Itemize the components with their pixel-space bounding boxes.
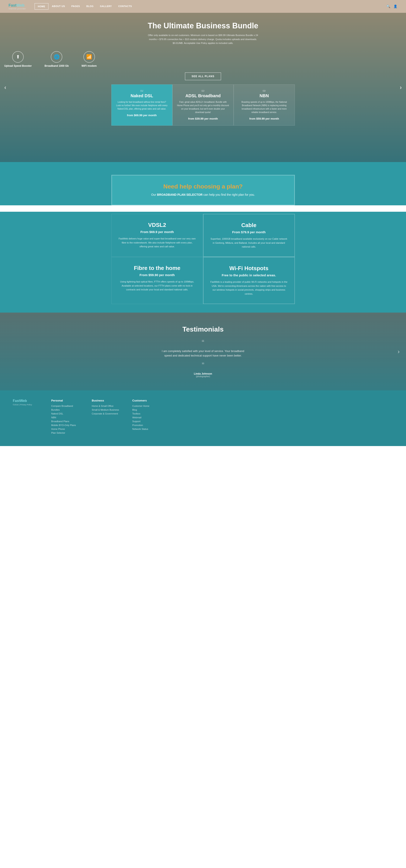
hero-section: ‹ › The Ultimate Business Bundle Offer o…: [0, 13, 406, 162]
footer-link-promotion[interactable]: Promotion: [132, 424, 160, 427]
nav-contacts[interactable]: CONTACTS: [115, 3, 135, 9]
product-ftth-desc: Using lightning-fast optical fibre, FTTH…: [118, 280, 197, 292]
help-text: Our BROADBAND PLAN SELECTOR can help you…: [118, 192, 288, 197]
plans-row: 01/ Naked DSL Looking for fast broadband…: [111, 85, 295, 126]
nav-about[interactable]: ABOUT US: [49, 3, 68, 9]
plan-card-1: 02/ ADSL Broadband Fast, great value ADS…: [172, 85, 234, 126]
hero-prev-arrow[interactable]: ‹: [4, 84, 6, 91]
nav-logo: FastWeb internet provider: [8, 3, 26, 10]
product-wifi-price: Free to the public in selected areas.: [210, 273, 288, 277]
product-cable-desc: Superfast, 1000GB broadband available ex…: [210, 237, 288, 249]
quote-close-icon: ”: [4, 361, 402, 370]
footer-link-nbn[interactable]: NBN: [51, 416, 79, 419]
footer-link-customer-home[interactable]: Customer Home: [132, 405, 160, 407]
testimonials-title: Testimonials: [4, 326, 402, 333]
footer-link-webmail[interactable]: Webmail: [132, 416, 160, 419]
product-ftth-title: Fibre to the home: [118, 265, 197, 272]
footer-link-support[interactable]: Support: [132, 420, 160, 423]
footer-logo-text: FastWeb: [13, 399, 38, 403]
product-cable-title: Cable: [210, 222, 288, 228]
products-section: VDSL2 From $69.9 per month FastWeb deliv…: [0, 212, 406, 313]
help-text-pre: Our: [151, 193, 157, 196]
footer-customers-title: Customers: [132, 399, 160, 402]
footer-link-naked-dsl[interactable]: Naked DSL: [51, 412, 79, 415]
product-ftth-price: From $59.90 per month: [118, 273, 197, 277]
user-icon[interactable]: 👤: [394, 4, 398, 8]
wifi-modem-icon: 📶: [83, 51, 95, 63]
footer-link-compare[interactable]: Compare Broadband: [51, 405, 79, 407]
product-vdsl2-desc: FastWeb delivers huge value and super-fa…: [118, 237, 197, 249]
plan-card-2: 03/ NBN Boasting speeds of up to 100Mbps…: [234, 85, 295, 126]
logo-text: FastWeb: [8, 3, 26, 8]
search-icon[interactable]: 🔍: [386, 4, 390, 8]
plan-price-2: from $59.99 per month: [238, 117, 290, 120]
upload-icon: ⬆: [12, 51, 24, 63]
feature-upload-label: Upload Speed Booster: [4, 64, 32, 68]
product-wifi-desc: FastWeb is a leading provider of public …: [210, 280, 288, 296]
testimonial-author: Linda Johnson: [4, 372, 402, 375]
footer-link-plan-selector[interactable]: Plan Selector: [51, 432, 79, 434]
feature-upload: ⬆ Upload Speed Booster: [4, 51, 32, 68]
plan-num-0: 01/: [116, 90, 168, 92]
product-cable-price: From $79.9 per month: [210, 230, 288, 234]
footer-col-customers: Customers Customer Home Blog Toolbox Web…: [132, 399, 160, 435]
help-text-post: can help you find the right plan for you…: [202, 193, 255, 196]
see-plans-button[interactable]: SEE ALL PLANS: [185, 72, 221, 80]
footer-link-bundles[interactable]: Bundles: [51, 408, 79, 411]
plan-desc-0: Looking for fast broadband without line …: [116, 100, 168, 111]
help-title: Need help choosing a plan?: [118, 183, 288, 190]
feature-wifi-label: WiFi modem: [82, 64, 97, 68]
product-vdsl2-price: From $69.9 per month: [118, 230, 197, 234]
product-cable: Cable From $79.9 per month Superfast, 10…: [203, 214, 295, 257]
footer-col-business: Business Home & Small Office Small & Med…: [92, 399, 119, 435]
footer-link-toolbox[interactable]: Toolbox: [132, 412, 160, 415]
product-ftth: Fibre to the home From $59.90 per month …: [111, 257, 203, 304]
plan-price-0: from $69.99 per month: [116, 114, 168, 117]
footer-top: FastWeb ©2016 | Privacy Policy Personal …: [13, 399, 393, 435]
footer-link-corporate[interactable]: Corporate & Government: [92, 412, 119, 415]
help-text-bold: BROADBAND PLAN SELECTOR: [157, 193, 203, 196]
navbar: FastWeb internet provider HOME ABOUT US …: [0, 0, 406, 13]
feature-wifi: 📶 WiFi modem: [82, 51, 97, 68]
footer-link-home-phone[interactable]: Home Phone: [51, 428, 79, 430]
plan-num-2: 03/: [238, 90, 290, 92]
nav-gallery[interactable]: GALLERY: [97, 3, 115, 9]
footer-link-network-status[interactable]: Network Status: [132, 428, 160, 430]
nav-links: HOME ABOUT US PAGES BLOG GALLERY CONTACT…: [34, 3, 386, 9]
nav-home[interactable]: HOME: [34, 3, 49, 9]
footer: FastWeb ©2016 | Privacy Policy Personal …: [0, 391, 406, 446]
help-section: Need help choosing a plan? Our BROADBAND…: [111, 175, 295, 205]
product-vdsl2-title: VDSL2: [118, 222, 197, 228]
product-wifi-hotspot: Wi-Fi Hotspots Free to the public in sel…: [203, 257, 295, 304]
feature-broadband-label: Broadband 1000 Gb: [45, 64, 69, 68]
nav-pages[interactable]: PAGES: [68, 3, 83, 9]
hero-features: ⬆ Upload Speed Booster 🌐 Broadband 1000 …: [4, 51, 402, 68]
testimonials-section: Testimonials “ I am completely satisfied…: [0, 313, 406, 391]
footer-personal-title: Personal: [51, 399, 79, 402]
feature-broadband: 🌐 Broadband 1000 Gb: [45, 51, 69, 68]
plan-desc-2: Boasting speeds of up to 100Mbps, the Na…: [238, 100, 290, 114]
plan-title-2: NBN: [238, 93, 290, 98]
nav-icons: 🔍 👤: [386, 4, 398, 8]
plan-desc-1: Fast, great value ADSL2+ broadband. Bund…: [177, 100, 229, 114]
footer-logo: FastWeb ©2016 | Privacy Policy: [13, 399, 38, 435]
hero-next-arrow[interactable]: ›: [400, 84, 402, 91]
logo-sub: internet provider: [8, 8, 26, 10]
footer-link-blog[interactable]: Blog: [132, 408, 160, 411]
plan-num-1: 02/: [177, 90, 229, 92]
footer-col-personal: Personal Compare Broadband Bundles Naked…: [51, 399, 79, 435]
products-grid: VDSL2 From $69.9 per month FastWeb deliv…: [111, 214, 295, 304]
plan-price-1: from $39.99 per month: [177, 117, 229, 120]
broadband-icon: 🌐: [51, 51, 62, 63]
product-wifi-title: Wi-Fi Hotspots: [210, 265, 288, 272]
footer-link-smb[interactable]: Small & Medium Business: [92, 408, 119, 411]
hero-subtitle: Offer only available to on-net customers…: [148, 33, 259, 45]
footer-link-broadband-plans[interactable]: Broadband Plans: [51, 420, 79, 423]
footer-link-home-small[interactable]: Home & Small Office: [92, 405, 119, 407]
footer-business-title: Business: [92, 399, 119, 402]
testimonial-author-sub: (photographer): [4, 375, 402, 378]
nav-blog[interactable]: BLOG: [83, 3, 97, 9]
footer-copy: ©2016 | Privacy Policy: [13, 404, 38, 406]
footer-link-mobile[interactable]: Mobile BYO-Only Plans: [51, 424, 79, 427]
testimonial-next-arrow[interactable]: ›: [398, 348, 400, 355]
